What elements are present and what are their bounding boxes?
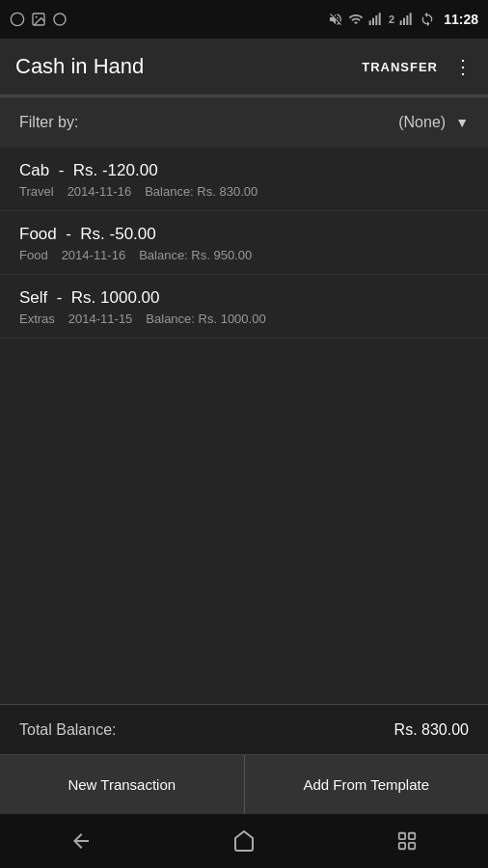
total-balance-label: Total Balance: (19, 721, 394, 739)
svg-rect-8 (403, 18, 405, 25)
transaction-main-self: Self - Rs. 1000.00 (19, 288, 469, 308)
svg-rect-14 (408, 843, 414, 849)
transaction-balance-cab: Balance: Rs. 830.00 (145, 184, 258, 199)
status-bar-left-icons (10, 12, 68, 27)
svg-rect-3 (369, 20, 371, 25)
status-bar-right-icons: 2 11:28 (328, 12, 478, 27)
status-bar: 2 11:28 (0, 0, 488, 39)
transaction-date-food: 2014-11-16 (62, 248, 126, 262)
mute-icon (328, 12, 343, 27)
signal-icon (368, 12, 384, 27)
transaction-sub-food: Food 2014-11-16 Balance: Rs. 950.00 (19, 248, 469, 262)
transaction-balance-self: Balance: Rs. 1000.00 (146, 312, 265, 326)
add-from-template-button[interactable]: Add From Template (245, 755, 489, 814)
svg-rect-4 (372, 18, 374, 25)
transaction-balance-food: Balance: Rs. 950.00 (139, 248, 252, 262)
transaction-item-cab[interactable]: Cab - Rs. -120.00 Travel 2014-11-16 Bala… (0, 148, 488, 211)
transfer-button[interactable]: TRANSFER (362, 60, 438, 74)
transaction-date-cab: 2014-11-16 (68, 184, 132, 199)
status-time: 11:28 (444, 12, 478, 27)
svg-rect-12 (408, 833, 414, 839)
lock-icon (10, 12, 25, 27)
nav-home-button[interactable] (215, 822, 273, 860)
svg-rect-6 (379, 13, 381, 25)
image-icon (31, 12, 46, 27)
transaction-date-self: 2014-11-15 (68, 312, 133, 326)
svg-rect-7 (400, 20, 402, 25)
transaction-category-cab: Travel (19, 184, 54, 199)
sync-icon (420, 12, 435, 27)
transaction-item-self[interactable]: Self - Rs. 1000.00 Extras 2014-11-15 Bal… (0, 275, 488, 339)
transaction-sub-self: Extras 2014-11-15 Balance: Rs. 1000.00 (19, 312, 469, 326)
filter-label: Filter by: (19, 114, 398, 131)
transaction-main-cab: Cab - Rs. -120.00 (19, 161, 469, 180)
new-transaction-button[interactable]: New Transaction (0, 755, 245, 814)
cat-icon (52, 12, 68, 27)
transaction-main-food: Food - Rs. -50.00 (19, 225, 469, 244)
total-balance-amount: Rs. 830.00 (394, 721, 469, 739)
svg-point-0 (11, 13, 23, 25)
app-bar-actions: TRANSFER ⋮ (362, 55, 473, 78)
svg-rect-10 (410, 13, 412, 25)
transaction-category-food: Food (19, 248, 48, 262)
more-options-icon[interactable]: ⋮ (453, 55, 473, 78)
svg-rect-9 (407, 15, 409, 25)
transaction-list: Cab - Rs. -120.00 Travel 2014-11-16 Bala… (0, 148, 488, 704)
signal2-icon (399, 12, 415, 27)
page-title: Cash in Hand (15, 54, 362, 79)
filter-value: (None) (398, 114, 446, 131)
svg-rect-11 (398, 833, 404, 839)
transaction-item-food[interactable]: Food - Rs. -50.00 Food 2014-11-16 Balanc… (0, 211, 488, 275)
wifi-icon (348, 12, 364, 27)
filter-dropdown-icon[interactable]: ▼ (455, 115, 469, 130)
nav-back-button[interactable] (52, 822, 110, 860)
action-buttons: New Transaction Add From Template (0, 754, 488, 814)
svg-rect-5 (375, 15, 377, 25)
filter-row[interactable]: Filter by: (None) ▼ (0, 97, 488, 148)
app-bar: Cash in Hand TRANSFER ⋮ (0, 39, 488, 95)
svg-rect-13 (398, 843, 404, 849)
nav-bar (0, 814, 488, 868)
transaction-category-self: Extras (19, 312, 55, 326)
total-balance-row: Total Balance: Rs. 830.00 (0, 704, 488, 754)
svg-point-2 (36, 16, 38, 18)
footer: Total Balance: Rs. 830.00 New Transactio… (0, 704, 488, 814)
transaction-sub-cab: Travel 2014-11-16 Balance: Rs. 830.00 (19, 184, 469, 199)
network-indicator: 2 (389, 14, 394, 25)
nav-recents-button[interactable] (378, 822, 436, 860)
